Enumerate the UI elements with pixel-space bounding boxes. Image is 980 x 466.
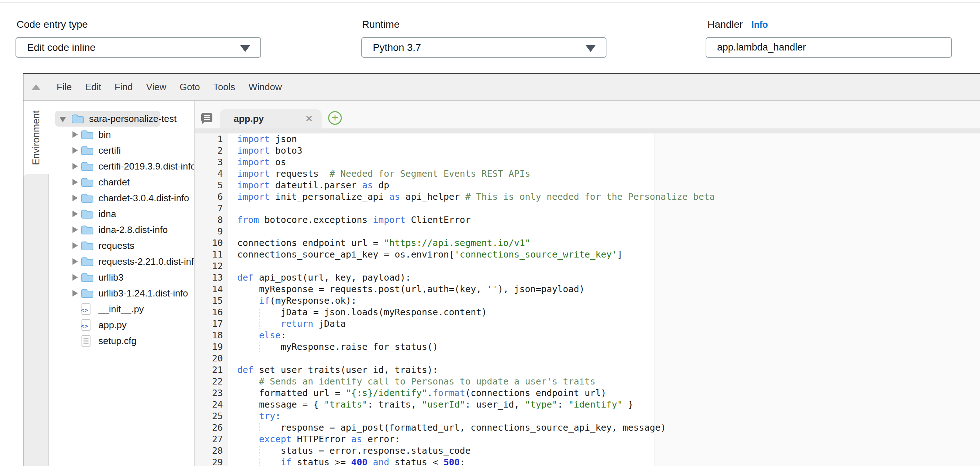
code-line-15[interactable]: if(myResponse.ok):: [228, 295, 980, 307]
code-line-14[interactable]: myResponse = requests.post(url,auth=(key…: [228, 283, 980, 295]
disclosure-triangle-icon[interactable]: [72, 274, 78, 281]
handler-info-link[interactable]: Info: [751, 19, 768, 30]
code-line-6[interactable]: import init_personalize_api as api_helpe…: [228, 191, 980, 203]
line-number[interactable]: 14: [195, 283, 223, 295]
tree-item-bin[interactable]: bin: [49, 127, 194, 143]
code-line-25[interactable]: try:: [228, 410, 980, 422]
new-tab-button[interactable]: +: [328, 111, 342, 125]
disclosure-triangle-icon[interactable]: [72, 179, 78, 185]
tree-item-chardet[interactable]: chardet: [49, 174, 194, 190]
menu-item-edit[interactable]: Edit: [85, 81, 101, 93]
code-line-8[interactable]: from botocore.exceptions import ClientEr…: [228, 214, 980, 226]
code-line-13[interactable]: def api_post(url, key, payload):: [228, 272, 980, 283]
line-number[interactable]: 9: [195, 226, 223, 237]
code-line-5[interactable]: import dateutil.parser as dp: [228, 180, 980, 191]
tree-item-urllib3[interactable]: urllib3: [49, 269, 194, 285]
code-line-16[interactable]: jData = json.loads(myResponse.content): [228, 307, 980, 318]
collapse-menu-icon[interactable]: [31, 84, 41, 90]
code-line-28[interactable]: status = error.response.status_code: [228, 445, 980, 456]
handler-input[interactable]: [706, 37, 952, 58]
line-number[interactable]: 4: [195, 168, 223, 180]
code-line-3[interactable]: import os: [228, 156, 980, 168]
line-number[interactable]: 23: [195, 387, 223, 399]
disclosure-triangle-icon[interactable]: [72, 211, 78, 217]
code-line-20[interactable]: [228, 353, 980, 364]
line-number[interactable]: 25: [195, 410, 223, 422]
gutter[interactable]: 1234567891011121314151617181920212223242…: [195, 134, 228, 466]
code-line-23[interactable]: formatted_url = "{:s}/identify".format(c…: [228, 387, 980, 399]
line-number[interactable]: 24: [195, 399, 223, 410]
line-number[interactable]: 21: [195, 364, 223, 376]
code-line-27[interactable]: except HTTPError as error:: [228, 434, 980, 445]
code-line-19[interactable]: myResponse.raise_for_status(): [228, 341, 980, 353]
code-line-26[interactable]: response = api_post(formatted_url, conne…: [228, 422, 980, 434]
disclosure-triangle-icon[interactable]: [72, 242, 78, 249]
disclosure-triangle-icon[interactable]: [72, 147, 78, 154]
tree-item-certifi[interactable]: certifi: [49, 143, 194, 158]
disclosure-triangle-icon[interactable]: [72, 226, 78, 233]
code-area[interactable]: 1234567891011121314151617181920212223242…: [195, 134, 980, 466]
line-number[interactable]: 27: [195, 434, 223, 445]
menu-item-tools[interactable]: Tools: [213, 81, 235, 93]
code-line-12[interactable]: [228, 261, 980, 272]
disclosure-triangle-icon[interactable]: [72, 258, 78, 265]
code-line-2[interactable]: import boto3: [228, 145, 980, 156]
code-line-18[interactable]: else:: [228, 330, 980, 341]
line-number[interactable]: 20: [195, 353, 223, 364]
tree-item-chardet-3.0.4.dist-info[interactable]: chardet-3.0.4.dist-info: [49, 190, 194, 206]
menu-item-view[interactable]: View: [146, 81, 166, 93]
line-number[interactable]: 18: [195, 330, 223, 341]
disclosure-triangle-icon[interactable]: [72, 195, 78, 201]
menu-item-goto[interactable]: Goto: [180, 81, 200, 93]
line-number[interactable]: 6: [195, 191, 223, 203]
line-number[interactable]: 12: [195, 261, 223, 272]
line-number[interactable]: 13: [195, 272, 223, 283]
menu-item-file[interactable]: File: [57, 81, 72, 93]
tree-item-sara-personalize-test[interactable]: sara-personalize-test: [49, 111, 194, 127]
code-line-4[interactable]: import requests # Needed for Segment Eve…: [228, 168, 980, 180]
line-number[interactable]: 15: [195, 295, 223, 307]
line-number[interactable]: 3: [195, 156, 223, 168]
tree-item-requests-2.21.0.dist-info[interactable]: requests-2.21.0.dist-info: [49, 254, 194, 269]
menu-item-find[interactable]: Find: [115, 81, 133, 93]
line-number[interactable]: 7: [195, 203, 223, 214]
code-lines[interactable]: import jsonimport boto3import osimport r…: [228, 134, 980, 466]
tree-item-app.py[interactable]: <>app.py: [49, 317, 194, 333]
tree-item-setup.cfg[interactable]: setup.cfg: [49, 333, 194, 349]
code-line-11[interactable]: connections_source_api_key = os.environ[…: [228, 249, 980, 261]
tree-item-__init__.py[interactable]: <>__init__.py: [49, 301, 194, 317]
code-line-1[interactable]: import json: [228, 134, 980, 145]
code-line-10[interactable]: connections_endpoint_url = "https://api.…: [228, 237, 980, 249]
tree-item-idna[interactable]: idna: [49, 206, 194, 222]
disclosure-triangle-icon[interactable]: [59, 117, 66, 122]
runtime-select[interactable]: Python 3.7: [361, 37, 606, 58]
code-line-17[interactable]: return jData: [228, 318, 980, 330]
disclosure-triangle-icon[interactable]: [72, 131, 78, 138]
tab-app-py[interactable]: app.py ✕: [220, 109, 321, 129]
line-number[interactable]: 22: [195, 376, 223, 387]
line-number[interactable]: 11: [195, 249, 223, 261]
environment-sidebar-tab[interactable]: Environment: [24, 101, 49, 174]
line-number[interactable]: 29: [195, 456, 223, 466]
line-number[interactable]: 17: [195, 318, 223, 330]
tree-item-idna-2.8.dist-info[interactable]: idna-2.8.dist-info: [49, 222, 194, 238]
code-line-24[interactable]: message = { "traits": traits, "userId": …: [228, 399, 980, 410]
tree-item-urllib3-1.24.1.dist-info[interactable]: urllib3-1.24.1.dist-info: [49, 285, 194, 301]
tab-list-icon[interactable]: [200, 111, 213, 125]
code-line-7[interactable]: [228, 203, 980, 214]
line-number[interactable]: 5: [195, 180, 223, 191]
tree-item-requests[interactable]: requests: [49, 238, 194, 254]
code-line-29[interactable]: if status >= 400 and status < 500:: [228, 456, 980, 466]
menu-item-window[interactable]: Window: [248, 81, 282, 93]
line-number[interactable]: 28: [195, 445, 223, 456]
line-number[interactable]: 1: [195, 134, 223, 145]
disclosure-triangle-icon[interactable]: [72, 290, 78, 296]
line-number[interactable]: 19: [195, 341, 223, 353]
line-number[interactable]: 10: [195, 237, 223, 249]
close-icon[interactable]: ✕: [305, 109, 313, 129]
line-number[interactable]: 26: [195, 422, 223, 434]
code-entry-type-select[interactable]: Edit code inline: [16, 37, 261, 58]
disclosure-triangle-icon[interactable]: [72, 163, 78, 170]
line-number[interactable]: 2: [195, 145, 223, 156]
code-line-21[interactable]: def set_user_traits(user_id, traits):: [228, 364, 980, 376]
